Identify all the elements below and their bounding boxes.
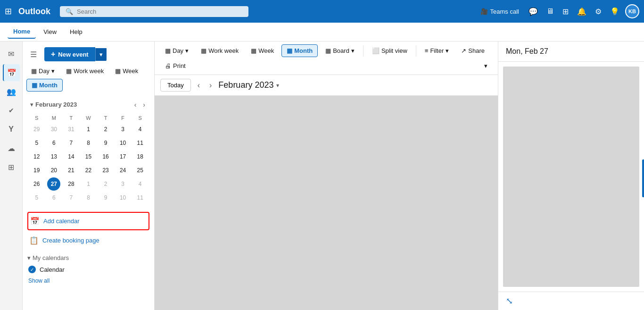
sidebar-item-yammer[interactable]: Y [3, 121, 20, 138]
mini-cal-cell[interactable]: 25 [133, 164, 147, 177]
mini-cal-cell[interactable]: 9 [99, 136, 112, 150]
mini-cal-cell[interactable]: 1 [82, 123, 95, 136]
share-button[interactable]: ↗ Share [456, 45, 489, 57]
view-month-button[interactable]: ▦ Month [26, 79, 63, 92]
mini-cal-cell[interactable]: 16 [99, 150, 112, 163]
mini-cal-cell[interactable]: 4 [133, 123, 147, 136]
month-icon2: ▦ [287, 47, 292, 54]
sidebar-item-people[interactable]: 👥 [3, 83, 20, 100]
topbar-right: 🎥 Teams call 💬 🖥 ⊞ 🔔 ⚙ 💡 KB [477, 4, 639, 18]
mini-cal-cell[interactable]: 23 [99, 164, 112, 177]
mini-cal-cell[interactable]: 9 [99, 191, 112, 204]
search-input[interactable] [77, 8, 243, 15]
prev-month-button[interactable]: ‹ [195, 79, 203, 92]
lightbulb-icon[interactable]: 💡 [607, 5, 622, 18]
view-day-button[interactable]: ▦ Day ▾ [26, 65, 59, 77]
mini-cal-cell[interactable]: 29 [30, 123, 43, 136]
share-icon: ↗ [461, 47, 466, 54]
nav-home[interactable]: Home [8, 25, 36, 39]
nav-view[interactable]: View [38, 25, 62, 38]
remote-desktop-icon[interactable]: 🖥 [544, 5, 557, 17]
view-month-btn2[interactable]: ▦ Month [281, 44, 318, 57]
grid-apps-icon[interactable]: ⊞ [560, 5, 571, 18]
mini-cal-cell[interactable]: 5 [30, 136, 43, 150]
mini-cal-cell[interactable]: 3 [116, 177, 130, 191]
view-workweek-btn2[interactable]: ▦ Work week [196, 45, 243, 57]
mini-calendar-prev-button[interactable]: ‹ [132, 100, 139, 109]
view-day-btn2[interactable]: ▦ Day ▾ [160, 45, 193, 57]
mini-cal-cell[interactable]: 7 [65, 191, 78, 204]
mini-cal-cell[interactable]: 7 [65, 136, 78, 150]
mini-cal-cell[interactable]: 6 [47, 191, 60, 204]
split-view-button[interactable]: ⬜ Split view [367, 45, 412, 57]
my-calendars-header[interactable]: ▾ My calendars [26, 252, 150, 263]
mini-calendar-next-button[interactable]: › [140, 100, 148, 109]
mini-cal-cell[interactable]: 13 [47, 150, 60, 163]
mini-cal-cell[interactable]: 6 [47, 136, 60, 150]
view-workweek-button[interactable]: ▦ Work week [61, 65, 108, 77]
mini-cal-cell[interactable]: 15 [82, 150, 95, 163]
feedback-icon[interactable]: 💬 [526, 5, 541, 18]
mini-cal-cell[interactable]: 30 [47, 123, 60, 136]
print-button[interactable]: 🖨 Print [160, 60, 190, 72]
mini-cal-cell[interactable]: 2 [99, 177, 112, 191]
toolbar-expand-button[interactable]: ▾ [479, 60, 492, 72]
avatar[interactable]: KB [625, 4, 639, 18]
filter-button[interactable]: ≡ Filter ▾ [420, 45, 454, 57]
sidebar-item-calendar[interactable]: 📅 [3, 64, 20, 81]
mini-cal-cell[interactable]: 18 [133, 150, 147, 163]
mini-cal-today-cell[interactable]: 27 [47, 177, 60, 191]
mini-calendar-collapse[interactable]: ▾ February 2023 [30, 101, 77, 108]
calendar-month-title[interactable]: February 2023 ▾ [218, 80, 279, 90]
sidebar-item-apps[interactable]: ⊞ [3, 159, 20, 176]
today-button[interactable]: Today [160, 79, 191, 92]
view-week-button[interactable]: ▦ Week [110, 65, 143, 77]
create-booking-button[interactable]: 📋 Create booking page [27, 232, 149, 249]
sidebar-item-onedrive[interactable]: ☁ [3, 140, 20, 157]
mini-cal-cell[interactable]: 1 [82, 177, 95, 191]
show-all-link[interactable]: Show all [26, 276, 150, 286]
mini-cal-cell[interactable]: 31 [65, 123, 78, 136]
new-event-dropdown-button[interactable]: ▾ [95, 48, 107, 61]
mini-cal-cell[interactable]: 11 [133, 136, 147, 150]
view-board-btn2[interactable]: ▦ Board ▾ [321, 45, 359, 57]
collapse-sidebar-button[interactable]: ☰ [26, 48, 41, 61]
mini-cal-cell[interactable]: 12 [30, 150, 43, 163]
mini-cal-cell[interactable]: 21 [65, 164, 78, 177]
expand-icon[interactable]: ⤡ [506, 296, 513, 306]
new-event-button[interactable]: + New event [44, 47, 95, 61]
teams-call-button[interactable]: 🎥 Teams call [477, 6, 523, 17]
view-week-btn2[interactable]: ▦ Week [246, 45, 279, 57]
mini-cal-cell[interactable]: 10 [116, 191, 130, 204]
mini-cal-cell[interactable]: 19 [30, 164, 43, 177]
mini-cal-cell[interactable]: 4 [133, 177, 147, 191]
mini-cal-cell[interactable]: 20 [47, 164, 60, 177]
mini-calendar-title[interactable]: February 2023 [35, 101, 77, 108]
settings-icon[interactable]: ⚙ [592, 5, 604, 18]
mini-cal-cell[interactable]: 5 [30, 191, 43, 204]
mini-cal-cell[interactable]: 14 [65, 150, 78, 163]
mini-cal-cell[interactable]: 8 [82, 136, 95, 150]
mini-cal-cell[interactable]: 2 [99, 123, 112, 136]
right-panel-footer: ⤡ [498, 292, 644, 310]
workweek-icon: ▦ [66, 67, 72, 75]
calendar-item-calendar[interactable]: ✓ Calendar [26, 263, 150, 276]
mini-cal-cell[interactable]: 3 [116, 123, 130, 136]
mini-cal-cell[interactable]: 24 [116, 164, 130, 177]
bell-icon[interactable]: 🔔 [574, 5, 589, 18]
mini-cal-cell[interactable]: 22 [82, 164, 95, 177]
mini-cal-cell[interactable]: 28 [65, 177, 78, 191]
mini-cal-cell[interactable]: 26 [30, 177, 43, 191]
add-calendar-button[interactable]: 📅 Add calendar [27, 212, 149, 230]
sidebar-item-tasks[interactable]: ✔ [3, 102, 20, 119]
sidebar-item-mail[interactable]: ✉ [3, 45, 20, 62]
search-bar[interactable]: 🔍 [60, 6, 248, 17]
nav-help[interactable]: Help [64, 25, 88, 38]
next-month-button[interactable]: › [206, 79, 215, 92]
mini-cal-cell[interactable]: 8 [82, 191, 95, 204]
mini-cal-cell[interactable]: 11 [133, 191, 147, 204]
mini-cal-cell[interactable]: 17 [116, 150, 130, 163]
calendar-grid[interactable] [155, 96, 498, 310]
apps-grid-icon[interactable]: ⊞ [5, 6, 12, 17]
mini-cal-cell[interactable]: 10 [116, 136, 130, 150]
